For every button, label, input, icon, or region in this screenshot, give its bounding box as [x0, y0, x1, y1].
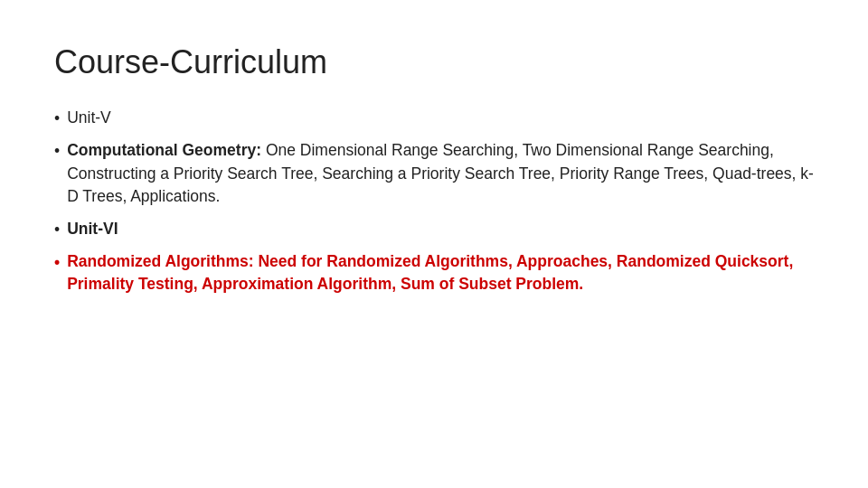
slide: Course-Curriculum • Unit-V • Computation…	[0, 0, 868, 488]
bullet-dot-4: •	[54, 251, 60, 274]
bullet-text-unit-v: Unit-V	[67, 107, 814, 129]
unit-v-label: Unit-V	[67, 108, 111, 127]
bullet-text-unit-vi: Unit-VI	[67, 218, 814, 240]
comp-geo-intro: Computational Geometry:	[67, 141, 261, 159]
bullet-text-comp-geo: Computational Geometry: One Dimensional …	[67, 139, 814, 208]
bullet-dot-3: •	[54, 219, 60, 241]
bullet-dot-1: •	[54, 108, 60, 130]
bullet-comp-geo: • Computational Geometry: One Dimensiona…	[54, 139, 814, 208]
bullet-unit-vi: • Unit-VI	[54, 218, 814, 241]
unit-vi-label: Unit-VI	[67, 220, 118, 238]
bullet-text-rand-algo: Randomized Algorithms: Need for Randomiz…	[67, 250, 814, 296]
bullet-rand-algo: • Randomized Algorithms: Need for Random…	[54, 250, 814, 296]
slide-title: Course-Curriculum	[54, 43, 814, 81]
content-area: • Unit-V • Computational Geometry: One D…	[54, 107, 814, 296]
bullet-unit-v: • Unit-V	[54, 107, 814, 130]
bullet-dot-2: •	[54, 140, 60, 163]
